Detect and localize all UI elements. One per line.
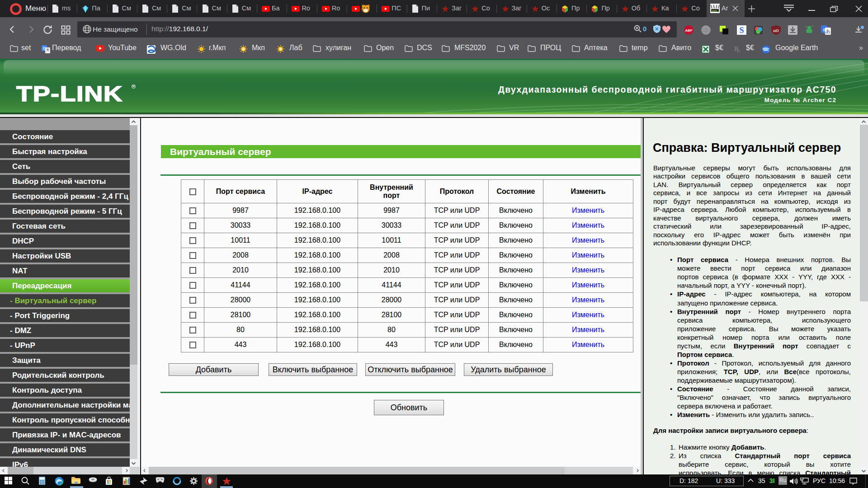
svg-text:G: G bbox=[737, 49, 740, 53]
svg-text:uO: uO bbox=[773, 28, 779, 33]
svg-text:ABP: ABP bbox=[685, 28, 693, 33]
svg-text:あ: あ bbox=[826, 28, 830, 34]
svg-text:S: S bbox=[739, 26, 744, 35]
